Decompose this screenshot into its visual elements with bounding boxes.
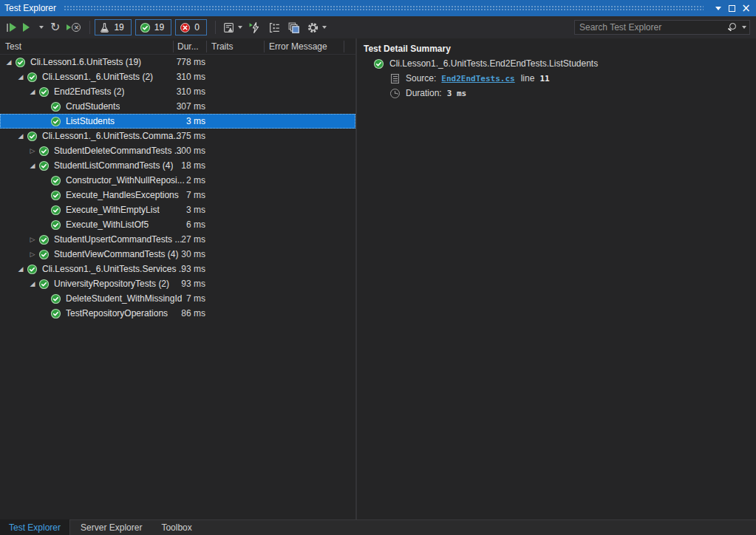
test-tree-row[interactable]: ListStudents 3 ms	[0, 114, 355, 129]
bottom-tab[interactable]: Test Explorer	[0, 519, 70, 535]
test-name: Cli.Lesson1.6.UnitTests (19)	[30, 57, 141, 67]
expander-icon[interactable]	[3, 56, 15, 68]
maximize-icon	[729, 5, 735, 12]
test-tree-row[interactable]: UniversityRepositoryTests (2) 93 ms	[0, 276, 355, 291]
test-tree-row[interactable]: CrudStudents 307 ms	[0, 99, 355, 114]
toolbar-separator	[89, 21, 90, 34]
test-tree-row[interactable]: Constructor_WithNullReposi... 2 ms	[0, 173, 355, 188]
expander-icon[interactable]	[38, 115, 50, 127]
detail-title: Test Detail Summary	[364, 41, 750, 56]
test-tree-row[interactable]: StudentViewCommandTests (4) 30 ms	[0, 247, 355, 262]
test-duration: 7 ms	[148, 293, 205, 304]
line-number: 11	[539, 74, 549, 84]
clock-icon	[390, 89, 400, 98]
duration-label: Duration:	[406, 88, 442, 98]
source-file-link[interactable]: End2EndTests.cs	[441, 74, 514, 84]
test-tree-row[interactable]: StudentListCommandTests (4) 18 ms	[0, 158, 355, 173]
tab-label: Server Explorer	[81, 522, 142, 533]
run-all-tests-button[interactable]	[4, 18, 18, 36]
expander-icon[interactable]	[27, 248, 38, 260]
search-icon[interactable]	[727, 22, 738, 33]
run-all-icon	[7, 24, 8, 32]
detail-source-row: Source: End2EndTests.cs line 11	[389, 71, 750, 86]
run-dropdown-button[interactable]	[34, 18, 46, 36]
cancel-run-button[interactable]: ×	[64, 18, 83, 36]
group-by-button[interactable]	[266, 18, 283, 36]
expander-icon[interactable]	[38, 219, 50, 231]
run-tests-button[interactable]	[21, 18, 32, 36]
expander-icon[interactable]	[38, 174, 50, 186]
repeat-last-run-button[interactable]: ↻	[48, 18, 62, 36]
column-header-test[interactable]: Test	[0, 41, 174, 52]
test-tree-row[interactable]: Cli.Lesson1._6.UnitTests.Comma... 375 ms	[0, 129, 355, 143]
expander-icon[interactable]	[38, 307, 50, 319]
search-input[interactable]	[579, 22, 726, 33]
expander-icon[interactable]	[27, 145, 38, 157]
expander-icon[interactable]	[38, 293, 50, 304]
test-duration: 86 ms	[148, 308, 205, 318]
titlebar-grip-dots	[64, 5, 704, 12]
expander-icon[interactable]	[15, 263, 27, 275]
test-tree-row[interactable]: DeleteStudent_WithMissingId 7 ms	[0, 291, 355, 306]
expander-icon[interactable]	[15, 130, 27, 142]
test-passed-icon	[50, 205, 61, 216]
expander-icon[interactable]	[27, 86, 38, 98]
test-name: CrudStudents	[66, 101, 120, 112]
test-tree-row[interactable]: Cli.Lesson1._6.UnitTests (2) 310 ms	[0, 69, 355, 84]
column-header-traits[interactable]: Traits	[207, 41, 265, 52]
total-tests-filter-button[interactable]: 19	[95, 19, 131, 35]
settings-button[interactable]	[304, 18, 329, 36]
total-tests-count: 19	[114, 22, 123, 33]
toolbar: ↻ × 19 19 0	[0, 16, 756, 38]
test-duration: 300 ms	[148, 146, 205, 156]
window-position-button[interactable]	[711, 1, 725, 15]
line-label: line	[521, 73, 535, 84]
expander-icon[interactable]	[15, 71, 27, 83]
test-tree-row[interactable]: Execute_HandlesExceptions 7 ms	[0, 188, 355, 202]
test-duration: 3 ms	[148, 116, 205, 126]
expander-icon[interactable]	[38, 204, 50, 216]
expander-icon[interactable]	[27, 160, 38, 171]
source-label: Source:	[406, 73, 436, 84]
lightning-icon	[249, 21, 262, 34]
failed-tests-filter-button[interactable]: 0	[175, 19, 207, 35]
maximize-button[interactable]	[725, 1, 739, 15]
test-tree-row[interactable]: StudentDeleteCommandTests ... 300 ms	[0, 143, 355, 158]
test-tree-row[interactable]: Cli.Lesson1.6.UnitTests (19) 778 ms	[0, 55, 355, 69]
expander-icon[interactable]	[38, 100, 50, 112]
test-tree-row[interactable]: Cli.Lesson1._6.UnitTests.Services .. 93 …	[0, 262, 355, 276]
test-passed-icon	[50, 101, 61, 112]
run-after-build-button[interactable]	[247, 18, 264, 36]
test-duration: 307 ms	[148, 101, 205, 112]
layers-button[interactable]	[285, 18, 302, 36]
test-tree-row[interactable]: TestRepositoryOperations 86 ms	[0, 306, 355, 321]
test-tree-row[interactable]: End2EndTests (2) 310 ms	[0, 84, 355, 99]
chevron-down-icon	[238, 26, 242, 29]
play-icon	[67, 24, 71, 30]
column-header-duration[interactable]: Dur...	[174, 41, 207, 52]
test-tree-row[interactable]: StudentUpsertCommandTests ... 27 ms	[0, 232, 355, 247]
test-name: ListStudents	[66, 116, 115, 126]
passed-tests-filter-button[interactable]: 19	[135, 19, 171, 35]
bottom-tab[interactable]: Server Explorer	[72, 520, 151, 535]
test-passed-icon	[15, 57, 26, 68]
playlist-button[interactable]	[220, 18, 245, 36]
test-passed-icon	[38, 146, 50, 157]
chevron-down-icon[interactable]	[742, 26, 746, 29]
expander-icon[interactable]	[38, 189, 50, 201]
test-duration: 310 ms	[148, 86, 205, 97]
expander-icon[interactable]	[27, 278, 38, 290]
test-passed-icon	[50, 116, 61, 127]
test-tree-row[interactable]: Execute_WithEmptyList 3 ms	[0, 202, 355, 217]
failed-icon	[180, 22, 191, 33]
column-header-error[interactable]: Error Message	[265, 41, 344, 52]
column-headers: Test Dur... Traits Error Message	[0, 38, 355, 55]
expander-icon[interactable]	[27, 234, 38, 245]
bottom-tab[interactable]: Toolbox	[152, 520, 200, 535]
gear-icon	[307, 21, 319, 34]
test-explorer-window: { "window": { "title": "Test Explorer" }…	[0, 0, 756, 535]
test-tree-row[interactable]: Execute_WithListOf5 6 ms	[0, 217, 355, 232]
test-duration: 2 ms	[148, 175, 205, 185]
close-button[interactable]: ×	[739, 1, 753, 15]
test-name: Cli.Lesson1._6.UnitTests (2)	[42, 72, 153, 82]
